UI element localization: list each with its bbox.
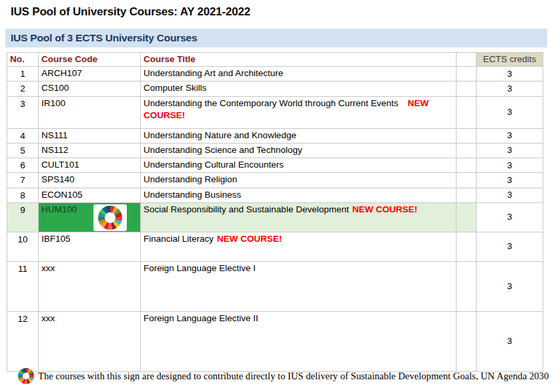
cell-spacer (457, 232, 477, 261)
cell-spacer (457, 143, 477, 158)
cell-course-code: HUM100 (39, 202, 141, 232)
course-title-text: Computer Skills (144, 83, 207, 93)
section-title: IUS Pool of 3 ECTS University Courses (11, 32, 197, 44)
course-code-text: HUM100 (41, 204, 77, 214)
cell-spacer (457, 311, 477, 371)
course-title-text: Understanding Business (144, 190, 241, 200)
cell-course-title: Financial LiteracyNEW COURSE! (141, 232, 457, 261)
table-row: 4 NS111 Understanding Nature and Knowled… (7, 128, 543, 143)
cell-course-code: xxx (39, 311, 141, 371)
course-title-text: Understanding Religion (144, 174, 237, 184)
header-no: No. (7, 53, 39, 67)
cell-no: 8 (7, 188, 39, 202)
footer-note-text: The courses with this sign are designed … (38, 371, 549, 382)
table-row: 10 IBF105 Financial LiteracyNEW COURSE! … (7, 232, 543, 261)
cell-ects: 3 (477, 158, 543, 173)
cell-spacer (457, 188, 477, 202)
cell-no: 6 (7, 158, 39, 173)
cell-course-title: Understanding Science and Technology (141, 143, 457, 158)
cell-ects: 3 (477, 188, 543, 202)
cell-course-title: Understanding the Contemporary World thr… (141, 96, 457, 128)
table-row: 7 SPS140 Understanding Religion 3 (7, 173, 543, 188)
page-title: IUS Pool of University Courses: AY 2021-… (11, 5, 250, 19)
cell-ects: 3 (477, 261, 543, 311)
table-row: 1 ARCH107 Understanding Art and Architec… (7, 67, 543, 81)
cell-no: 3 (7, 96, 39, 128)
cell-course-code: NS112 (39, 143, 141, 158)
header-spacer (457, 53, 477, 67)
cell-ects: 3 (477, 143, 543, 158)
cell-no: 9 (7, 202, 39, 232)
cell-course-title: Foreign Language Elective II (141, 311, 457, 371)
table-row-highlighted-sdg: 9 HUM100 Social Responsibility and Susta… (7, 202, 543, 232)
cell-course-title: Understanding Cultural Encounters (141, 158, 457, 173)
cell-ects: 3 (477, 232, 543, 261)
cell-spacer (457, 173, 477, 188)
cell-course-code: xxx (39, 261, 141, 311)
cell-ects: 3 (477, 81, 543, 96)
section-banner: IUS Pool of 3 ECTS University Courses (5, 29, 547, 47)
header-course-title: Course Title (141, 53, 457, 67)
table-header-row: No. Course Code Course Title ECTS credit… (7, 53, 543, 67)
course-title-text: Financial Literacy (144, 234, 214, 244)
cell-course-title: Understanding Nature and Knowledge (141, 128, 457, 143)
cell-no: 2 (7, 81, 39, 96)
cell-no: 5 (7, 143, 39, 158)
cell-course-title: Social Responsibility and Sustainable De… (141, 202, 457, 232)
cell-no: 12 (7, 311, 39, 371)
cell-course-title: Understanding Business (141, 188, 457, 202)
cell-ects: 3 (477, 173, 543, 188)
course-title-text: Understanding the Contemporary World thr… (144, 98, 398, 108)
course-title-text: Understanding Cultural Encounters (144, 160, 284, 170)
course-title-text: Foreign Language Elective II (144, 313, 258, 323)
course-title-text: Understanding Art and Architecture (144, 68, 283, 78)
cell-course-code: CULT101 (39, 158, 141, 173)
cell-spacer (457, 81, 477, 96)
cell-course-code: ARCH107 (39, 67, 141, 81)
sdg-wheel-icon (93, 204, 127, 231)
cell-course-code: CS100 (39, 81, 141, 96)
course-title-text: Understanding Nature and Knowledge (144, 130, 296, 140)
cell-no: 10 (7, 232, 39, 261)
document-page: IUS Pool of University Courses: AY 2021-… (0, 0, 556, 392)
course-title-text: Foreign Language Elective I (144, 263, 256, 273)
table-row: 6 CULT101 Understanding Cultural Encount… (7, 158, 543, 173)
cell-spacer (457, 96, 477, 128)
table-row: 5 NS112 Understanding Science and Techno… (7, 143, 543, 158)
cell-spacer (457, 202, 477, 232)
header-course-code: Course Code (39, 53, 141, 67)
cell-course-code: IR100 (39, 96, 141, 128)
cell-no: 11 (7, 261, 39, 311)
table-row: 2 CS100 Computer Skills 3 (7, 81, 543, 96)
cell-course-code: ECON105 (39, 188, 141, 202)
course-table: No. Course Code Course Title ECTS credit… (7, 52, 543, 372)
cell-ects: 3 (477, 96, 543, 128)
sdg-wheel-icon (98, 206, 122, 230)
course-title-text: Understanding Science and Technology (144, 145, 302, 155)
cell-course-title: Foreign Language Elective I (141, 261, 457, 311)
cell-ects: 3 (477, 311, 543, 371)
cell-no: 1 (7, 67, 39, 81)
table-row: 8 ECON105 Understanding Business 3 (7, 188, 543, 202)
cell-course-code: SPS140 (39, 173, 141, 188)
new-course-badge: NEW COURSE! (217, 234, 282, 244)
cell-course-title: Understanding Art and Architecture (141, 67, 457, 81)
table-row: 3 IR100 Understanding the Contemporary W… (7, 96, 543, 128)
cell-spacer (457, 128, 477, 143)
sdg-wheel-icon (18, 368, 34, 384)
cell-no: 4 (7, 128, 39, 143)
cell-no: 7 (7, 173, 39, 188)
table-row: 11 xxx Foreign Language Elective I 3 (7, 261, 543, 311)
cell-course-title: Understanding Religion (141, 173, 457, 188)
footer-note: The courses with this sign are designed … (18, 368, 552, 384)
cell-spacer (457, 67, 477, 81)
cell-ects: 3 (477, 67, 543, 81)
table-row: 12 xxx Foreign Language Elective II 3 (7, 311, 543, 371)
cell-spacer (457, 261, 477, 311)
cell-course-code: NS111 (39, 128, 141, 143)
course-title-text: Social Responsibility and Sustainable De… (144, 204, 349, 214)
header-ects-credits: ECTS credits (477, 53, 543, 67)
cell-spacer (457, 158, 477, 173)
cell-course-code: IBF105 (39, 232, 141, 261)
cell-ects: 3 (477, 128, 543, 143)
